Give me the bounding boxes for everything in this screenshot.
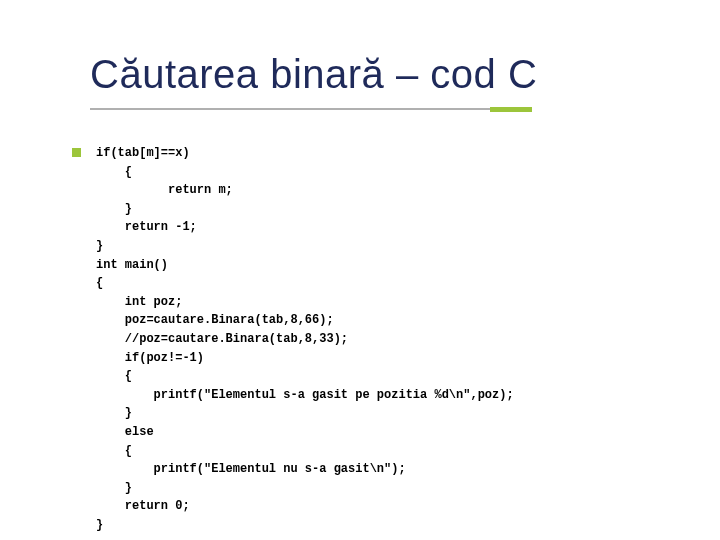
code-line: return 0; bbox=[96, 499, 190, 513]
title-underline bbox=[90, 108, 550, 111]
code-line: { bbox=[96, 444, 132, 458]
underline-green bbox=[490, 107, 532, 112]
slide: Căutarea binară – cod C if(tab[m]==x) { … bbox=[0, 0, 720, 540]
code-line: poz=cautare.Binara(tab,8,66); bbox=[96, 313, 334, 327]
code-line: int poz; bbox=[96, 295, 182, 309]
bullet-icon bbox=[72, 148, 81, 157]
page-title: Căutarea binară – cod C bbox=[90, 52, 680, 97]
code-line: printf("Elementul nu s-a gasit\n"); bbox=[96, 462, 406, 476]
code-block: if(tab[m]==x) { return m; } return -1; }… bbox=[96, 144, 690, 534]
code-line: } bbox=[96, 406, 132, 420]
code-line: return m; bbox=[96, 183, 233, 197]
code-line: return -1; bbox=[96, 220, 197, 234]
code-line: } bbox=[96, 202, 132, 216]
code-line: { bbox=[96, 369, 132, 383]
code-line: if(poz!=-1) bbox=[96, 351, 204, 365]
code-line: if(tab[m]==x) bbox=[96, 146, 190, 160]
code-line: else bbox=[96, 425, 154, 439]
code-line: printf("Elementul s-a gasit pe pozitia %… bbox=[96, 388, 514, 402]
code-line: { bbox=[96, 276, 103, 290]
code-line: } bbox=[96, 239, 103, 253]
code-line: } bbox=[96, 481, 132, 495]
code-line: //poz=cautare.Binara(tab,8,33); bbox=[96, 332, 348, 346]
code-line: int main() bbox=[96, 258, 168, 272]
code-line: } bbox=[96, 518, 103, 532]
title-wrap: Căutarea binară – cod C bbox=[90, 52, 680, 97]
underline-gray bbox=[90, 108, 490, 110]
code-line: { bbox=[96, 165, 132, 179]
